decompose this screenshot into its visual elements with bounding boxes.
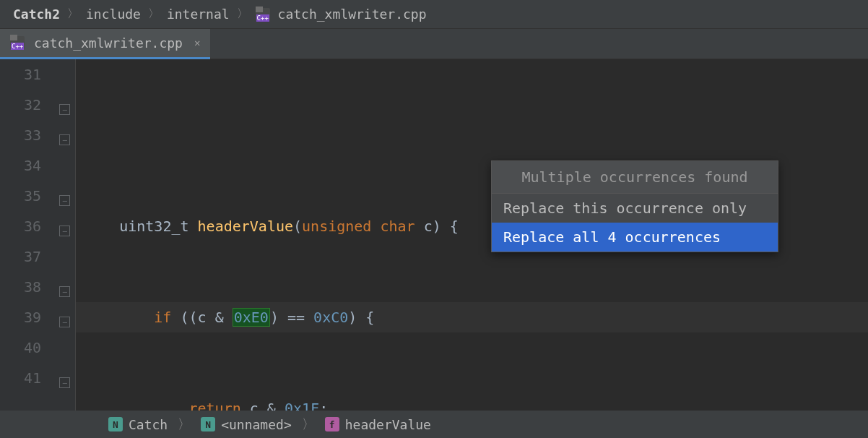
status-namespace-unnamed[interactable]: <unnamed> bbox=[221, 417, 292, 432]
function-icon: f bbox=[325, 417, 339, 431]
fold-collapse-icon[interactable]: − bbox=[59, 104, 70, 115]
code-text: c) { bbox=[424, 218, 459, 235]
function-name: headerValue bbox=[198, 218, 293, 235]
line-gutter: 31 32 33 34 35 36 37 38 39 40 41 bbox=[0, 59, 54, 411]
chevron-right-icon: 〉 bbox=[178, 416, 191, 433]
cpp-file-icon bbox=[256, 8, 270, 21]
line-number[interactable]: 31 bbox=[0, 59, 41, 90]
tab-bar: catch_xmlwriter.cpp ✕ bbox=[0, 29, 868, 59]
breadcrumb-root[interactable]: Catch2 bbox=[13, 7, 60, 22]
fold-gutter: − − − − − − − bbox=[54, 59, 76, 411]
fold-collapse-icon[interactable]: − bbox=[59, 226, 70, 236]
keyword: unsigned bbox=[302, 218, 371, 235]
line-number[interactable]: 36 bbox=[0, 211, 41, 241]
refactor-popup: Multiple occurrences found Replace this … bbox=[491, 160, 778, 252]
line-number[interactable]: 37 bbox=[0, 241, 41, 272]
line-number[interactable]: 32 bbox=[0, 90, 41, 120]
number-literal: 0xC0 bbox=[313, 309, 348, 326]
keyword: char bbox=[380, 218, 415, 235]
code-text: ) { bbox=[348, 309, 374, 326]
fold-expand-icon[interactable]: − bbox=[59, 286, 70, 297]
chevron-right-icon: 〉 bbox=[237, 7, 248, 22]
fold-expand-icon[interactable]: − bbox=[59, 377, 70, 388]
status-namespace[interactable]: Catch bbox=[129, 417, 168, 432]
editor-tab[interactable]: catch_xmlwriter.cpp ✕ bbox=[0, 29, 210, 59]
code-line[interactable] bbox=[76, 120, 868, 150]
fold-collapse-icon[interactable]: − bbox=[59, 317, 70, 327]
code-text: ((c & bbox=[180, 309, 232, 326]
line-number[interactable]: 33 bbox=[0, 120, 41, 150]
replace-one-option[interactable]: Replace this occurrence only bbox=[492, 194, 778, 223]
chevron-right-icon: 〉 bbox=[67, 7, 79, 22]
namespace-icon: N bbox=[108, 417, 123, 431]
line-number[interactable]: 35 bbox=[0, 181, 41, 211]
status-breadcrumb: N Catch 〉 N <unnamed> 〉 f headerValue bbox=[0, 411, 868, 438]
popup-title: Multiple occurrences found bbox=[492, 161, 778, 194]
namespace-icon: N bbox=[201, 417, 215, 431]
code-line-active[interactable]: if ((c & 0xE0) == 0xC0) { bbox=[76, 302, 868, 332]
line-number[interactable]: 34 bbox=[0, 150, 41, 181]
line-number[interactable]: 41 bbox=[0, 363, 41, 393]
type-keyword: uint32_t bbox=[119, 218, 188, 235]
replace-all-option[interactable]: Replace all 4 occurrences bbox=[492, 223, 778, 252]
tab-filename: catch_xmlwriter.cpp bbox=[34, 35, 183, 51]
chevron-right-icon: 〉 bbox=[148, 7, 160, 22]
breadcrumb-filename: catch_xmlwriter.cpp bbox=[278, 7, 427, 22]
cpp-file-icon bbox=[10, 36, 25, 49]
chevron-right-icon: 〉 bbox=[302, 416, 315, 433]
status-function[interactable]: headerValue bbox=[345, 417, 431, 432]
breadcrumb-bar: Catch2 〉 include 〉 internal 〉 catch_xmlw… bbox=[0, 0, 868, 29]
line-number[interactable]: 40 bbox=[0, 332, 41, 363]
line-number[interactable]: 38 bbox=[0, 272, 41, 302]
highlighted-literal: 0xE0 bbox=[233, 308, 270, 327]
fold-collapse-icon[interactable]: − bbox=[59, 134, 70, 145]
breadcrumb-file[interactable]: catch_xmlwriter.cpp bbox=[256, 7, 427, 22]
keyword: if bbox=[154, 309, 171, 326]
breadcrumb-seg-include[interactable]: include bbox=[86, 7, 141, 22]
fold-expand-icon[interactable]: − bbox=[59, 195, 70, 206]
breadcrumb-seg-internal[interactable]: internal bbox=[167, 7, 230, 22]
line-number[interactable]: 39 bbox=[0, 302, 41, 332]
code-text: ) == bbox=[270, 309, 313, 326]
close-icon[interactable]: ✕ bbox=[194, 37, 200, 48]
